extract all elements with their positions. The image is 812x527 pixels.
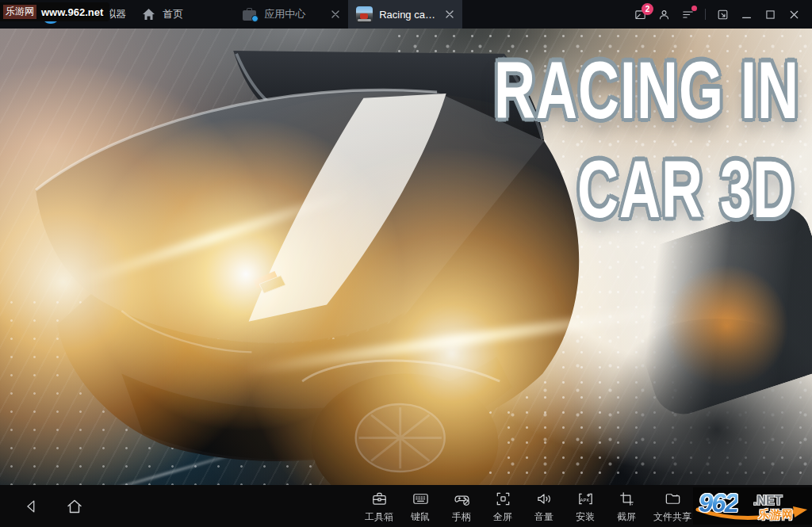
emulator-toolbar: 工具箱 键鼠 手柄 全屏 音量 APK 安装 [0,485,812,527]
game-title-line1: RACING IN [494,41,799,140]
watermark-site-name: 乐游网 [758,508,794,522]
toolbox-button[interactable]: 工具箱 [358,485,400,527]
home-nav-button[interactable]: 首页 [137,4,188,25]
apk-icon-text: APK [580,498,589,502]
minimize-button[interactable] [740,8,753,21]
user-icon [657,8,671,21]
android-home-button[interactable] [57,485,92,527]
apk-install-icon: APK [576,490,595,508]
maximize-icon [764,8,777,21]
toolbar-label: 手柄 [452,510,471,524]
resize-icon [716,8,730,21]
toolbox-icon [370,490,389,508]
racing-game-icon [356,6,373,23]
site-watermark-top: 乐游网 www.962.net [0,2,109,21]
toolbar-label: 音量 [534,510,553,524]
tab-strip: 应用中心 Racing car ... [234,0,462,29]
tab-label: Racing car ... [379,9,439,21]
game-title-line2: CAR 3D [494,140,799,239]
file-share-icon [664,490,682,508]
back-button[interactable] [14,485,49,527]
toolbar-items: 工具箱 键鼠 手柄 全屏 音量 APK 安装 [358,485,739,527]
screenshot-icon [618,490,636,508]
main-menu-button[interactable] [681,8,695,21]
tab-app-center[interactable]: 应用中心 [234,0,348,29]
watermark-number: 962 [699,488,737,518]
volume-button[interactable]: 音量 [523,485,565,527]
tab-close-icon[interactable] [445,10,454,19]
tab-racing-game[interactable]: Racing car ... [348,0,462,29]
toolbar-label: 键鼠 [411,510,430,524]
game-viewport[interactable]: RACING IN CAR 3D [0,29,812,485]
toolbar-label: 文件共享 [653,510,691,524]
emulator-window: MuMu模拟器 首页 应用中心 Racing car ... [0,0,812,527]
apk-install-button[interactable]: APK 安装 [565,485,606,527]
close-icon [787,8,801,21]
fullscreen-icon [494,490,512,508]
minimize-icon [740,8,753,21]
android-home-icon [65,497,84,516]
app-center-icon [242,7,258,21]
back-icon [23,498,40,515]
file-share-button[interactable]: 文件共享 [647,485,698,527]
maximize-button[interactable] [764,8,777,21]
menu-alert-dot [691,6,697,11]
watermark-site-url: www.962.net [41,6,103,18]
toolbar-label: 安装 [576,510,595,524]
close-button[interactable] [787,8,801,21]
toolbar-label: 工具箱 [365,510,393,524]
home-icon [142,8,155,21]
resize-window-button[interactable] [716,8,730,21]
keyboard-mouse-button[interactable]: 键鼠 [400,485,441,527]
messages-button[interactable]: 2 [634,8,647,21]
watermark-site-name: 乐游网 [3,5,36,19]
account-button[interactable] [657,8,671,21]
screenshot-button[interactable]: 截屏 [606,485,647,527]
keyboard-mouse-icon [412,490,430,508]
title-bar: MuMu模拟器 首页 应用中心 Racing car ... [0,0,812,29]
tab-close-icon[interactable] [331,10,340,19]
volume-icon [535,490,553,508]
toolbar-label: 全屏 [493,510,512,524]
notification-badge: 2 [642,3,653,15]
gamepad-button[interactable]: 手柄 [441,485,482,527]
watermark-tld: .NET [753,494,782,508]
divider [705,9,706,20]
site-watermark-bottom: 962 .NET 乐游网 [693,487,812,525]
home-nav-label: 首页 [163,7,183,21]
game-title: RACING IN CAR 3D [494,41,799,239]
tab-label: 应用中心 [264,7,324,21]
window-controls: 2 [634,8,812,21]
toolbar-label: 截屏 [617,510,636,524]
gamepad-icon [453,490,471,508]
fullscreen-button[interactable]: 全屏 [482,485,523,527]
